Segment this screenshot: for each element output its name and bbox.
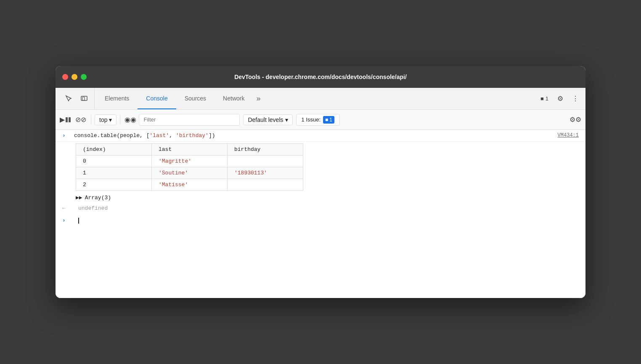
svg-rect-1 (82, 97, 85, 100)
console-table-wrapper: (index) last birthday 0 'Magritte' 1 'So… (76, 143, 579, 191)
context-selector[interactable]: top ▾ (95, 114, 117, 125)
expand-arrow-icon: ▶ (76, 194, 82, 201)
traffic-lights (62, 74, 87, 80)
table-row: 0 'Magritte' (76, 156, 303, 167)
title-bar: DevTools - developer.chrome.com/docs/dev… (56, 66, 585, 88)
minimize-button[interactable] (72, 74, 77, 80)
filter-input[interactable] (139, 114, 240, 126)
console-output: › console.table(people, ['last', 'birthd… (56, 130, 585, 298)
cell-index-1: 1 (76, 167, 152, 179)
tab-right-icons: ■ 1 (537, 88, 582, 109)
return-arrow-icon: ← (62, 205, 69, 211)
log-levels-selector[interactable]: Default levels ▾ (243, 114, 292, 125)
device-toolbar-icon[interactable] (77, 92, 91, 106)
cell-last-0: 'Magritte' (152, 156, 228, 167)
undefined-value: undefined (78, 205, 108, 211)
more-tabs-button[interactable]: » (253, 88, 264, 109)
settings-button[interactable] (554, 92, 567, 106)
console-input-line[interactable]: › (56, 214, 585, 227)
table-row: 1 'Soutine' '18930113' (76, 167, 303, 179)
no-icon-button[interactable]: ⊘ (74, 113, 87, 127)
console-toolbar: ⊘ top ▾ ◉ Default levels ▾ 1 Issue: ■ 1 … (56, 110, 585, 130)
issue-counter-button[interactable]: 1 Issue: ■ 1 (296, 114, 340, 126)
window-title: DevTools - developer.chrome.com/docs/dev… (234, 74, 407, 80)
tab-icon-group (59, 88, 95, 109)
table-header-index: (index) (76, 144, 152, 156)
table-row: 2 'Matisse' (76, 179, 303, 191)
tabs-list: Elements Console Sources Network » (96, 88, 537, 109)
undefined-line: ← undefined (56, 203, 585, 214)
more-options-button[interactable] (569, 92, 582, 106)
cell-birthday-0 (228, 156, 303, 167)
cell-index-2: 2 (76, 179, 152, 191)
console-prompt-chevron: › (62, 132, 69, 139)
tab-elements[interactable]: Elements (96, 88, 138, 109)
toolbar-divider-2 (120, 115, 120, 125)
svg-rect-2 (66, 117, 68, 122)
cursor (78, 218, 79, 224)
devtools-window: DevTools - developer.chrome.com/docs/dev… (56, 66, 585, 298)
maximize-button[interactable] (81, 74, 87, 80)
issue-tab-button[interactable]: ■ 1 (537, 94, 552, 103)
table-header-last: last (152, 144, 228, 156)
table-header-birthday: birthday (228, 144, 303, 156)
console-command-line: › console.table(people, ['last', 'birthd… (56, 130, 585, 142)
console-settings-button[interactable]: ⚙ (569, 113, 582, 127)
svg-rect-3 (69, 117, 71, 122)
tab-console[interactable]: Console (138, 88, 176, 109)
console-command-text: console.table(people, ['last', 'birthday… (74, 132, 215, 139)
cell-birthday-1: '18930113' (228, 167, 303, 179)
issue-badge: ■ 1 (323, 116, 334, 124)
toolbar-divider (91, 115, 91, 125)
array-label: Array(3) (85, 195, 111, 201)
close-button[interactable] (62, 74, 68, 80)
cell-last-2: 'Matisse' (152, 179, 228, 191)
tab-bar: Elements Console Sources Network » ■ 1 (56, 88, 585, 110)
array-expand-button[interactable]: ▶ Array(3) (56, 193, 585, 203)
clear-console-button[interactable] (59, 113, 72, 127)
inspect-element-icon[interactable] (62, 92, 76, 106)
tab-network[interactable]: Network (215, 88, 253, 109)
cell-index-0: 0 (76, 156, 152, 167)
vm-link[interactable]: VM434:1 (558, 132, 579, 138)
input-prompt-icon: › (62, 217, 69, 224)
cell-last-1: 'Soutine' (152, 167, 228, 179)
cell-birthday-2 (228, 179, 303, 191)
tab-sources[interactable]: Sources (176, 88, 215, 109)
console-table: (index) last birthday 0 'Magritte' 1 'So… (76, 143, 303, 191)
live-expressions-button[interactable]: ◉ (124, 113, 137, 127)
